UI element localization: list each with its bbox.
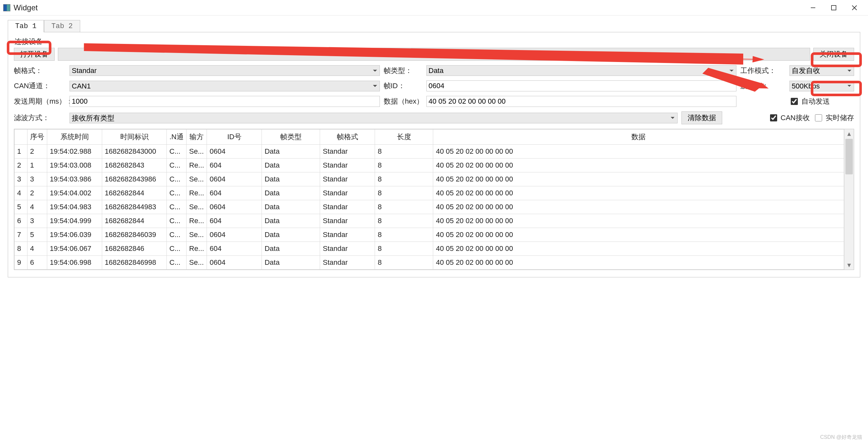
th-ffmt[interactable]: 帧格式 (320, 130, 375, 145)
can-recv-input[interactable] (770, 114, 777, 122)
table-row[interactable]: 7519:54:06.0391682682846039C...Se...0604… (14, 228, 844, 242)
filter-mode-select[interactable]: 接收所有类型 (69, 113, 678, 123)
cell-time: 19:54:06.998 (47, 256, 102, 270)
can-recv-checkbox[interactable]: CAN接收 (769, 113, 810, 123)
cell-stamp: 1682682843 (102, 159, 167, 172)
table-row[interactable]: 3319:54:03.9861682682843986C...Se...0604… (14, 172, 844, 186)
close-device-button[interactable]: 关闭设备 (813, 48, 854, 61)
table-row[interactable]: 4219:54:04.0021682682844C...Re...604Data… (14, 186, 844, 200)
scroll-thumb[interactable] (845, 139, 853, 174)
minimize-button[interactable] (803, 2, 824, 13)
maximize-button[interactable] (824, 2, 844, 13)
th-len[interactable]: 长度 (375, 130, 433, 145)
tab-2[interactable]: Tab 2 (44, 20, 80, 32)
tab-1[interactable]: Tab 1 (8, 20, 44, 32)
cell-data: 40 05 20 02 00 00 00 00 (433, 200, 844, 214)
device-combo[interactable]: USBCAN-2A, USBCAN-2C, CANalyst-II (58, 48, 810, 61)
cell-stamp: 1682682844983 (102, 200, 167, 214)
frame-format-label: 帧格式： (14, 66, 66, 75)
cell-data: 40 05 20 02 00 00 00 00 (433, 172, 844, 186)
cell-id: 604 (207, 159, 262, 172)
cell-ch: C... (167, 214, 187, 228)
table-header-row: 序号 系统时间 时间标识 .N通 输方 ID号 帧类型 帧格式 长度 数据 (14, 130, 844, 145)
frame-id-input[interactable] (426, 80, 737, 91)
cell-time: 19:54:06.067 (47, 242, 102, 256)
th-id[interactable]: ID号 (207, 130, 262, 145)
close-icon (851, 5, 857, 11)
cell-id: 604 (207, 214, 262, 228)
tab-page: 连接设备 打开设备 USBCAN-2A, USBCAN-2C, CANalyst… (8, 32, 860, 277)
frame-format-select[interactable]: Standar (69, 65, 380, 76)
cell-dir: Re... (187, 242, 207, 256)
table-row[interactable]: 1219:54:02.9881682682843000C...Se...0604… (14, 145, 844, 159)
cell-idx: 1 (14, 145, 28, 159)
th-ftype[interactable]: 帧类型 (262, 130, 320, 145)
cell-id: 0604 (207, 145, 262, 159)
send-period-label: 发送周期（ms）： (14, 97, 66, 106)
th-time[interactable]: 系统时间 (47, 130, 102, 145)
cell-seq: 4 (28, 242, 47, 256)
table-row[interactable]: 2119:54:03.0081682682843C...Re...604Data… (14, 159, 844, 172)
scroll-down-arrow[interactable]: ▾ (844, 261, 854, 270)
cell-data: 40 05 20 02 00 00 00 00 (433, 145, 844, 159)
baud-rate-select[interactable]: 500Kbps (789, 81, 854, 91)
cell-ffmt: Standar (320, 145, 375, 159)
table-row[interactable]: 8419:54:06.0671682682846C...Re...604Data… (14, 242, 844, 256)
device-row: 打开设备 USBCAN-2A, USBCAN-2C, CANalyst-II 关… (14, 48, 854, 61)
cell-dir: Re... (187, 214, 207, 228)
cell-dir: Re... (187, 186, 207, 200)
can-recv-label: CAN接收 (781, 113, 810, 123)
cell-ftype: Data (262, 242, 320, 256)
table-row[interactable]: 6319:54:04.9991682682844C...Re...604Data… (14, 214, 844, 228)
cell-len: 8 (375, 242, 433, 256)
cell-ch: C... (167, 159, 187, 172)
svg-rect-1 (832, 5, 836, 10)
th-ch[interactable]: .N通 (167, 130, 187, 145)
realtime-save-checkbox[interactable]: 实时储存 (814, 113, 854, 123)
work-mode-label: 工作模式： (740, 66, 785, 75)
cell-id: 0604 (207, 256, 262, 270)
th-dir[interactable]: 输方 (187, 130, 207, 145)
table-row[interactable]: 9619:54:06.9981682682846998C...Se...0604… (14, 256, 844, 270)
cell-dir: Se... (187, 256, 207, 270)
cell-len: 8 (375, 200, 433, 214)
th-idx[interactable] (14, 130, 28, 145)
cell-id: 0604 (207, 200, 262, 214)
cell-idx: 9 (14, 256, 28, 270)
auto-send-checkbox[interactable]: 自动发送 (789, 97, 854, 106)
cell-id: 0604 (207, 172, 262, 186)
vertical-scrollbar[interactable]: ▴ ▾ (844, 129, 854, 270)
cell-dir: Re... (187, 159, 207, 172)
cell-len: 8 (375, 214, 433, 228)
cell-stamp: 1682682846039 (102, 228, 167, 242)
close-button[interactable] (844, 2, 865, 13)
cell-ftype: Data (262, 159, 320, 172)
realtime-save-label: 实时储存 (826, 113, 854, 123)
send-period-input[interactable] (69, 96, 380, 107)
work-mode-select[interactable]: 自发自收 (789, 65, 854, 76)
device-combo-text: USBCAN-2A, USBCAN-2C, CANalyst-II (364, 50, 505, 59)
cell-id: 604 (207, 242, 262, 256)
app-icon (3, 4, 10, 11)
scroll-up-arrow[interactable]: ▴ (844, 129, 854, 138)
open-device-button[interactable]: 打开设备 (14, 48, 55, 61)
table-row[interactable]: 5419:54:04.9831682682844983C...Se...0604… (14, 200, 844, 214)
data-hex-input[interactable] (426, 96, 737, 107)
cell-data: 40 05 20 02 00 00 00 00 (433, 228, 844, 242)
auto-send-input[interactable] (791, 98, 798, 105)
cell-seq: 5 (28, 228, 47, 242)
cell-data: 40 05 20 02 00 00 00 00 (433, 214, 844, 228)
form-grid: 帧格式： Standar 帧类型： Data 工作模式： 自发自收 CAN通道：… (14, 65, 854, 107)
realtime-save-input[interactable] (815, 114, 822, 122)
can-channel-select[interactable]: CAN1 (69, 81, 380, 91)
th-data[interactable]: 数据 (433, 130, 844, 145)
data-hex-label: 数据（hex）： (384, 97, 423, 106)
cell-idx: 4 (14, 186, 28, 200)
th-stamp[interactable]: 时间标识 (102, 130, 167, 145)
frame-type-select[interactable]: Data (426, 65, 737, 76)
cell-seq: 4 (28, 200, 47, 214)
clear-data-button[interactable]: 清除数据 (681, 111, 722, 124)
th-seq[interactable]: 序号 (28, 130, 47, 145)
cell-time: 19:54:03.008 (47, 159, 102, 172)
cell-stamp: 1682682843986 (102, 172, 167, 186)
